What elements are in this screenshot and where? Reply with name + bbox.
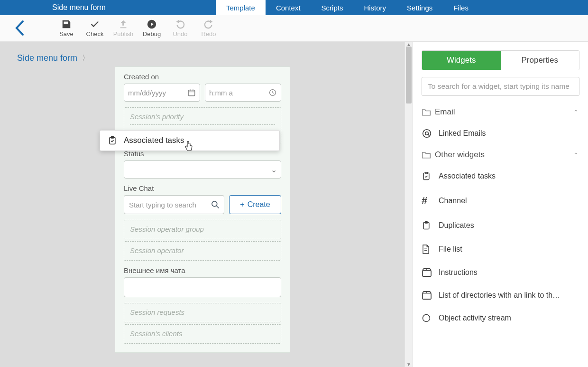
widget-directories-link[interactable]: List of directories with an link to th… xyxy=(413,284,588,307)
top-tabs: Template Context Scripts History Setting… xyxy=(216,0,479,15)
package-icon xyxy=(422,268,439,277)
svg-point-22 xyxy=(423,315,430,322)
live-chat-search-placeholder: Start typing to search xyxy=(129,201,196,209)
check-button[interactable]: Check xyxy=(81,15,109,42)
widget-label: Instructions xyxy=(439,268,579,277)
clients-placeholder[interactable]: Session's clients xyxy=(124,324,281,344)
chevron-up-icon: ⌃ xyxy=(573,109,579,116)
time-placeholder: h:mm a xyxy=(209,89,233,97)
live-chat-label: Live Chat xyxy=(124,184,281,192)
tool-label: Redo xyxy=(201,30,216,38)
clipboard-icon xyxy=(108,135,117,146)
widget-file-list[interactable]: File list xyxy=(413,237,588,261)
chevron-up-icon: ⌃ xyxy=(573,151,579,159)
calendar-icon xyxy=(187,88,196,97)
drag-tooltip-label: Associated tasks xyxy=(124,136,184,145)
created-on-label: Created on xyxy=(124,73,281,81)
tab-scripts[interactable]: Scripts xyxy=(311,0,354,15)
publish-button: Publish xyxy=(109,15,138,42)
generic-icon xyxy=(422,313,439,323)
svg-point-10 xyxy=(423,130,431,138)
clipboard-icon xyxy=(422,171,439,181)
clock-icon xyxy=(268,88,277,97)
tab-files[interactable]: Files xyxy=(443,0,479,15)
pointer-cursor-icon xyxy=(184,141,193,152)
group-label: Other widgets xyxy=(435,150,485,160)
widget-activity-stream[interactable]: Object activity stream xyxy=(413,307,588,329)
create-button[interactable]: + Create xyxy=(229,195,281,214)
breadcrumb-root: Side menu form xyxy=(17,53,77,63)
redo-button: Redo xyxy=(194,15,223,42)
upload-icon xyxy=(118,19,129,29)
svg-rect-18 xyxy=(423,270,431,276)
tab-context[interactable]: Context xyxy=(266,0,311,15)
widget-channel[interactable]: # Channel xyxy=(413,188,588,214)
search-icon xyxy=(211,200,220,209)
redo-icon xyxy=(203,19,214,29)
undo-button: Undo xyxy=(166,15,194,42)
side-tab-widgets[interactable]: Widgets xyxy=(422,51,501,70)
back-button[interactable] xyxy=(14,20,25,36)
toolbar: Save Check Publish Debug Undo Redo xyxy=(0,15,588,42)
tool-label: Check xyxy=(86,30,104,38)
widget-associated-tasks[interactable]: Associated tasks xyxy=(413,164,588,188)
side-tab-properties[interactable]: Properties xyxy=(501,51,579,70)
date-input[interactable]: mm/dd/yyyy xyxy=(124,84,200,102)
side-tabs: Widgets Properties xyxy=(422,50,579,70)
play-icon xyxy=(147,19,157,29)
time-input[interactable]: h:mm a xyxy=(205,84,281,102)
tool-label: Publish xyxy=(113,30,134,38)
widget-label: Channel xyxy=(439,197,579,205)
tab-settings[interactable]: Settings xyxy=(396,0,443,15)
package-icon xyxy=(422,291,439,300)
debug-button[interactable]: Debug xyxy=(138,15,166,42)
ext-name-input[interactable] xyxy=(124,277,281,297)
folder-icon xyxy=(422,108,435,116)
undo-icon xyxy=(175,19,185,29)
file-icon xyxy=(422,244,439,254)
page-title: Side menu form xyxy=(52,3,216,12)
operator-group-placeholder[interactable]: Session operator group xyxy=(124,220,281,239)
operator-placeholder[interactable]: Session operator xyxy=(124,241,281,261)
date-placeholder: mm/dd/yyyy xyxy=(128,89,166,97)
priority-placeholder: Session's priority xyxy=(130,113,184,121)
canvas: Side menu form 〉 Created on mm/dd/yyyy h… xyxy=(0,42,413,367)
group-other[interactable]: Other widgets ⌃ xyxy=(413,145,588,164)
widget-search[interactable]: To search for a widget, start typing its… xyxy=(422,77,579,96)
tool-label: Debug xyxy=(143,30,161,38)
top-nav: Side menu form Template Context Scripts … xyxy=(0,0,588,15)
widget-label: List of directories with an link to th… xyxy=(439,291,579,300)
tab-history[interactable]: History xyxy=(353,0,396,15)
widget-label: Associated tasks xyxy=(439,172,579,180)
folder-icon xyxy=(422,151,435,159)
group-label: Email xyxy=(435,107,455,117)
requests-placeholder[interactable]: Session requests xyxy=(124,303,281,322)
svg-line-7 xyxy=(217,206,219,208)
group-email[interactable]: Email ⌃ xyxy=(413,103,588,122)
live-chat-search[interactable]: Start typing to search xyxy=(124,195,224,214)
tab-template[interactable]: Template xyxy=(216,0,266,15)
widget-label: File list xyxy=(439,245,579,254)
svg-point-6 xyxy=(212,201,217,207)
chevron-right-icon: 〉 xyxy=(82,54,89,63)
chevron-left-icon xyxy=(14,20,25,36)
canvas-scrollbar[interactable]: ▲ ▼ xyxy=(404,42,413,367)
widget-label: Duplicates xyxy=(439,221,579,230)
side-panel: Widgets Properties To search for a widge… xyxy=(413,42,588,367)
widget-label: Linked Emails xyxy=(439,129,579,138)
plus-icon: + xyxy=(240,200,244,209)
widget-search-placeholder: To search for a widget, start typing its… xyxy=(428,82,570,90)
tool-label: Save xyxy=(59,30,74,38)
save-icon xyxy=(61,19,72,29)
widget-duplicates[interactable]: Duplicates xyxy=(413,214,588,237)
status-select[interactable]: ⌄ xyxy=(124,160,281,179)
check-icon xyxy=(90,19,100,29)
create-button-label: Create xyxy=(248,200,270,209)
breadcrumb[interactable]: Side menu form 〉 xyxy=(0,42,413,63)
hash-icon: # xyxy=(422,195,439,207)
save-button[interactable]: Save xyxy=(52,15,81,42)
chevron-down-icon: ⌄ xyxy=(271,165,277,174)
widget-linked-emails[interactable]: Linked Emails xyxy=(413,122,588,145)
widget-instructions[interactable]: Instructions xyxy=(413,261,588,284)
svg-point-11 xyxy=(425,132,428,135)
